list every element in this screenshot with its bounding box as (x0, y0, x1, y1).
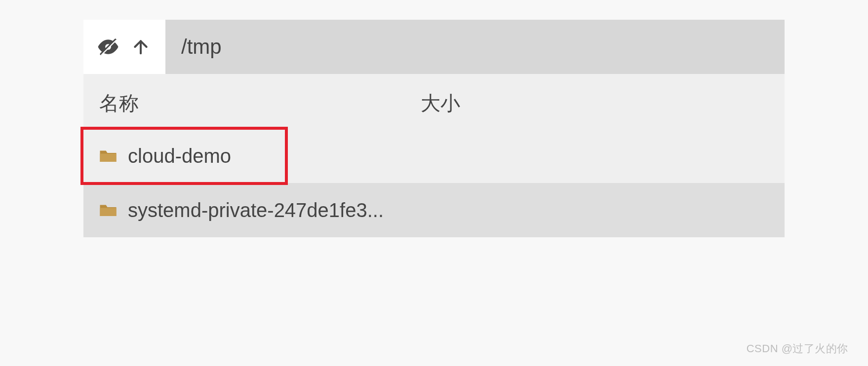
folder-icon (99, 203, 117, 218)
parent-directory-button[interactable] (130, 36, 152, 58)
file-list: cloud-demo systemd-private-247de1fe3... (83, 129, 785, 237)
file-name: cloud-demo (128, 145, 231, 167)
file-row[interactable]: cloud-demo (83, 129, 785, 183)
eye-slash-icon (97, 36, 119, 58)
file-name: systemd-private-247de1fe3... (128, 199, 384, 221)
folder-icon (99, 148, 117, 163)
column-header-size[interactable]: 大小 (421, 90, 769, 117)
watermark: CSDN @过了火的你 (747, 341, 848, 356)
file-row[interactable]: systemd-private-247de1fe3... (83, 183, 785, 237)
toolbar-buttons (83, 20, 165, 74)
arrow-up-icon (131, 37, 151, 57)
column-headers: 名称 大小 (83, 74, 785, 129)
toggle-hidden-button[interactable] (97, 36, 119, 58)
file-browser-panel: /tmp 名称 大小 cloud-demo systemd-private-24… (83, 20, 785, 237)
path-bar[interactable]: /tmp (165, 20, 785, 74)
current-path: /tmp (181, 35, 222, 59)
toolbar: /tmp (83, 20, 785, 74)
column-header-name[interactable]: 名称 (99, 90, 421, 117)
